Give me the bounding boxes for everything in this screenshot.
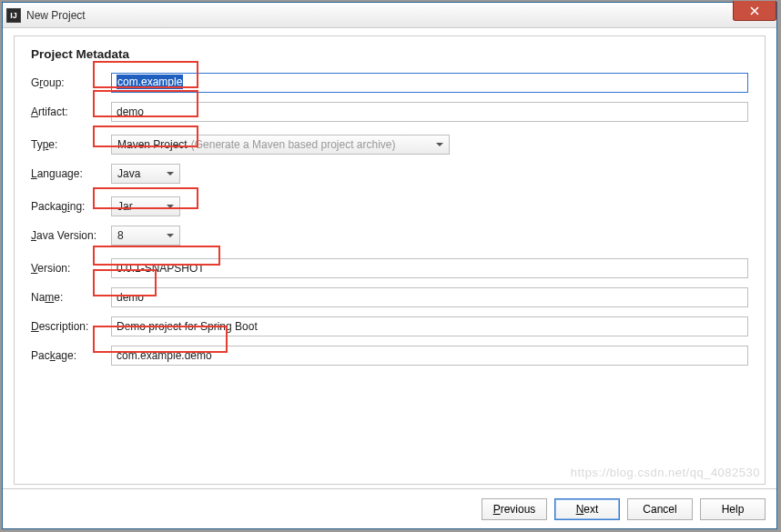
close-button[interactable] [733,1,776,21]
titlebar: IJ New Project [3,3,776,28]
row-type: Type: Maven Project(Generate a Maven bas… [31,134,748,156]
row-group: Group: com.example [31,72,748,94]
chevron-down-icon [167,205,174,208]
chevron-down-icon [167,172,174,176]
section-title: Project Metadata [31,47,748,61]
javaversion-dropdown[interactable]: 8 [111,226,180,246]
row-javaversion: Java Version: 8 [31,225,748,246]
packaging-dropdown[interactable]: Jar [111,196,180,216]
new-project-dialog: IJ New Project Project Metadata Group: c… [2,2,777,529]
cancel-button[interactable]: Cancel [627,498,693,520]
watermark-text: https://blog.csdn.net/qq_4082530 [571,466,760,479]
next-button[interactable]: Next [554,498,620,520]
label-group: Group: [31,76,111,89]
row-packaging: Packaging: Jar [31,196,748,217]
artifact-input[interactable] [111,102,748,122]
type-dropdown[interactable]: Maven Project(Generate a Maven based pro… [111,135,450,155]
row-name: Name: [31,286,748,308]
label-javaversion: Java Version: [31,229,111,242]
label-package: Package: [31,349,111,362]
close-icon [750,6,759,15]
package-input[interactable] [111,346,748,366]
chevron-down-icon [167,234,174,237]
label-packaging: Packaging: [31,200,111,213]
dialog-footer: Previous Next Cancel Help [3,488,776,528]
chevron-down-icon [436,143,443,146]
group-input[interactable]: com.example [111,73,748,93]
label-description: Description: [31,320,111,333]
label-version: Version: [31,262,111,275]
label-type: Type: [31,138,111,151]
row-package: Package: [31,345,748,366]
previous-button[interactable]: Previous [482,498,547,520]
row-version: Version: [31,257,748,279]
language-dropdown[interactable]: Java [111,164,180,184]
name-input[interactable] [111,287,748,307]
row-artifact: Artifact: [31,101,748,123]
label-language: Language: [31,167,111,180]
row-language: Language: Java [31,163,748,185]
label-artifact: Artifact: [31,105,111,118]
version-input[interactable] [111,258,748,278]
row-description: Description: [31,316,748,337]
dialog-content: Project Metadata Group: com.example Arti… [14,35,766,485]
window-title: New Project [26,9,86,22]
label-name: Name: [31,291,111,304]
help-button[interactable]: Help [700,498,766,520]
description-input[interactable] [111,316,748,336]
app-icon: IJ [6,8,21,23]
